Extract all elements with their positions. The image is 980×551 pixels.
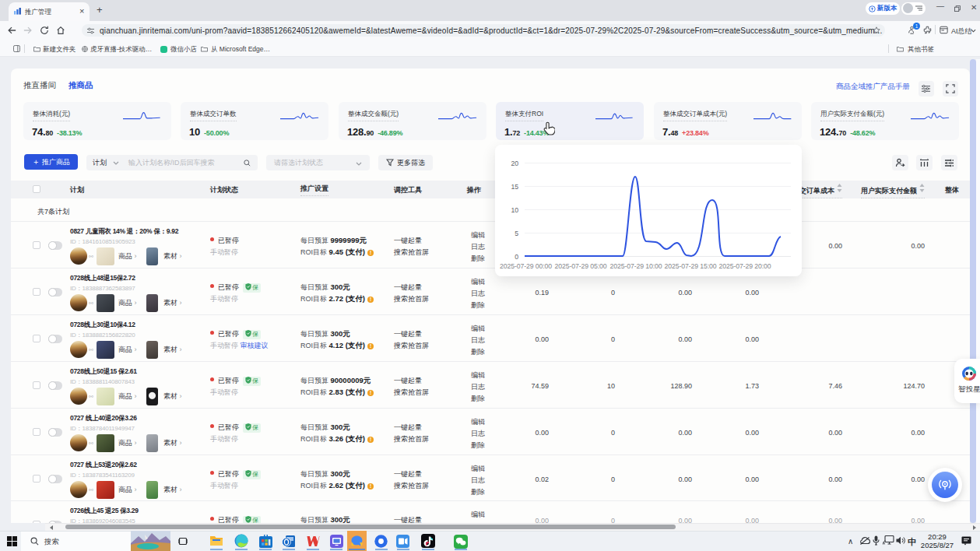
svg-text:15: 15	[511, 183, 519, 191]
svg-text:2025-07-29 15:00: 2025-07-29 15:00	[665, 262, 717, 270]
svg-text:0: 0	[515, 253, 518, 261]
svg-text:5: 5	[515, 230, 518, 237]
svg-text:2025-07-29 00:00: 2025-07-29 00:00	[500, 262, 552, 270]
svg-text:20: 20	[511, 160, 519, 167]
svg-text:2025-07-29 20:00: 2025-07-29 20:00	[719, 262, 771, 270]
svg-text:10: 10	[511, 206, 519, 214]
svg-text:2025-07-29 05:00: 2025-07-29 05:00	[555, 262, 607, 270]
svg-text:2025-07-29 10:00: 2025-07-29 10:00	[610, 262, 662, 270]
